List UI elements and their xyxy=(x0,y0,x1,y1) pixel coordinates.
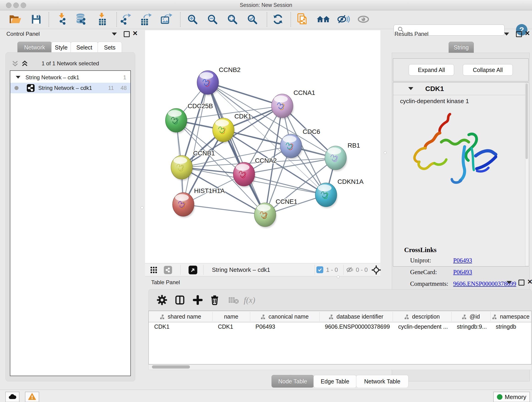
panel-close-icon[interactable]: ✕ xyxy=(133,31,138,36)
table-cell[interactable]: stringdb:9... xyxy=(457,323,489,330)
export-table-icon xyxy=(140,13,152,27)
node-label: CDKN1A xyxy=(337,178,364,185)
memory-button[interactable]: Memory xyxy=(493,392,530,402)
network-view-canvas[interactable]: CCNB2CCNA1CDC25BCDK1CDC6RB1CCNB1CCNA2CDK… xyxy=(145,30,380,263)
import-database-button[interactable] xyxy=(74,13,89,27)
delete-column-icon[interactable] xyxy=(208,293,222,307)
panel-float-icon[interactable] xyxy=(519,280,525,286)
panel-menu-icon[interactable] xyxy=(112,32,117,36)
divider xyxy=(315,265,315,275)
crosslink-link[interactable]: P06493 xyxy=(453,257,472,264)
tab-edge-table[interactable]: Edge Table xyxy=(313,375,356,388)
cloud-status-button[interactable] xyxy=(5,392,19,402)
grid-view-icon[interactable] xyxy=(150,266,157,274)
table-cell[interactable]: cyclin-dependent ... xyxy=(398,323,450,330)
tab-style[interactable]: Style xyxy=(51,42,71,53)
network-node-cdkn1a[interactable] xyxy=(315,183,337,208)
tab-string[interactable]: String xyxy=(449,42,474,53)
tab-sets[interactable]: Sets xyxy=(98,42,122,53)
export-image-button[interactable] xyxy=(159,13,174,27)
table-cell[interactable]: 9606.ENSP00000378699 xyxy=(325,323,392,330)
fit-content-crosshair-icon[interactable] xyxy=(371,265,381,276)
network-edge[interactable] xyxy=(183,83,208,204)
network-node-ccna2[interactable] xyxy=(233,162,255,187)
show-columns-icon[interactable] xyxy=(173,293,187,307)
panel-float-icon[interactable] xyxy=(124,31,130,37)
toolbar-separator xyxy=(116,12,117,27)
column-separator[interactable] xyxy=(393,312,393,321)
network-row-selected[interactable]: String Network – cdk1 11 48 xyxy=(10,83,130,93)
tab-network-table[interactable]: Network Table xyxy=(356,375,409,388)
network-edge[interactable] xyxy=(183,204,265,215)
open-file-button[interactable] xyxy=(8,13,22,27)
panel-float-icon[interactable] xyxy=(516,31,522,37)
network-edge[interactable] xyxy=(208,83,265,215)
column-separator[interactable] xyxy=(319,312,320,321)
import-network-button[interactable] xyxy=(55,13,70,27)
table-options-gear-icon[interactable] xyxy=(155,293,169,307)
export-network-button[interactable] xyxy=(119,13,133,27)
crosslink-link[interactable]: P06493 xyxy=(453,269,472,276)
column-header-description[interactable]: description xyxy=(393,311,451,322)
column-separator[interactable] xyxy=(490,312,491,321)
zoom-selected-button[interactable] xyxy=(245,13,260,27)
network-node-ccne1[interactable] xyxy=(254,203,277,228)
panel-close-icon[interactable]: ✕ xyxy=(527,280,532,284)
return-home-button[interactable] xyxy=(316,13,331,27)
import-table-button[interactable] xyxy=(95,13,109,27)
tree-expand-icon[interactable] xyxy=(16,76,20,79)
tab-network[interactable]: Network xyxy=(17,42,52,53)
export-table-button[interactable] xyxy=(139,13,153,27)
panel-menu-icon[interactable] xyxy=(504,32,509,36)
zoom-out-button[interactable] xyxy=(205,13,220,27)
selected-checkbox-icon[interactable] xyxy=(317,266,323,273)
column-header-sharedname[interactable]: shared name xyxy=(149,311,212,322)
network-collection-row[interactable]: String Network – cdk1 1 xyxy=(10,72,130,83)
splitter-grip[interactable] xyxy=(337,275,340,278)
column-header-id[interactable]: @id xyxy=(451,311,490,322)
add-column-icon[interactable] xyxy=(191,293,205,307)
column-header-name[interactable]: name xyxy=(212,311,250,322)
column-header-namespace[interactable]: namespace xyxy=(490,311,531,322)
zoom-in-button[interactable] xyxy=(185,13,200,27)
zoom-fit-button[interactable] xyxy=(225,13,240,27)
table-cell[interactable]: CDK1 xyxy=(218,323,249,330)
gene-card-header[interactable]: CDK1 xyxy=(393,83,528,95)
save-session-button[interactable] xyxy=(29,13,44,27)
column-header-canonicalname[interactable]: canonical name xyxy=(250,311,319,322)
hide-panels-button[interactable] xyxy=(336,13,351,27)
status-bar: Memory xyxy=(0,390,532,402)
collapse-section-icon[interactable] xyxy=(408,87,413,90)
network-node-cdc6[interactable] xyxy=(280,134,302,159)
table-cell[interactable]: P06493 xyxy=(255,323,318,330)
table-cell[interactable]: CDK1 xyxy=(154,323,211,330)
birds-eye-view-icon[interactable] xyxy=(189,266,197,274)
panel-close-icon[interactable]: ✕ xyxy=(525,31,530,36)
network-node-ccna1[interactable] xyxy=(272,94,294,119)
tab-select[interactable]: Select xyxy=(70,42,98,53)
table-cell[interactable]: stringdb xyxy=(496,323,530,330)
column-separator[interactable] xyxy=(212,312,213,321)
warnings-button[interactable] xyxy=(25,392,39,402)
network-node-rb1[interactable] xyxy=(325,146,347,171)
results-scrollbar[interactable] xyxy=(525,83,529,266)
table-horizontal-scrollbar[interactable] xyxy=(148,364,532,370)
share-session-button[interactable] xyxy=(296,13,310,27)
tab-node-table[interactable]: Node Table xyxy=(272,375,314,388)
network-node-ccnb2[interactable] xyxy=(197,70,219,96)
network-node-hist1h1a[interactable] xyxy=(172,192,195,218)
network-node-cdk1[interactable] xyxy=(213,118,235,143)
refresh-button[interactable] xyxy=(271,13,285,27)
collapse-all-button[interactable]: Collapse All xyxy=(463,64,513,76)
show-panels-button[interactable] xyxy=(356,13,371,27)
network-node-cdc25b[interactable] xyxy=(165,108,188,134)
expand-all-button[interactable]: Expand All xyxy=(409,64,454,76)
column-header-databaseidentifier[interactable]: database identifier xyxy=(319,311,393,322)
column-separator[interactable] xyxy=(451,312,452,321)
splitter-grip[interactable] xyxy=(384,151,386,154)
column-separator[interactable] xyxy=(250,312,250,321)
gene-description: cyclin-dependent kinase 1 xyxy=(400,98,469,105)
node-table[interactable]: shared namenamecanonical namedatabase id… xyxy=(148,311,532,364)
splitter-grip[interactable] xyxy=(141,206,143,209)
panel-menu-icon[interactable] xyxy=(507,281,512,284)
